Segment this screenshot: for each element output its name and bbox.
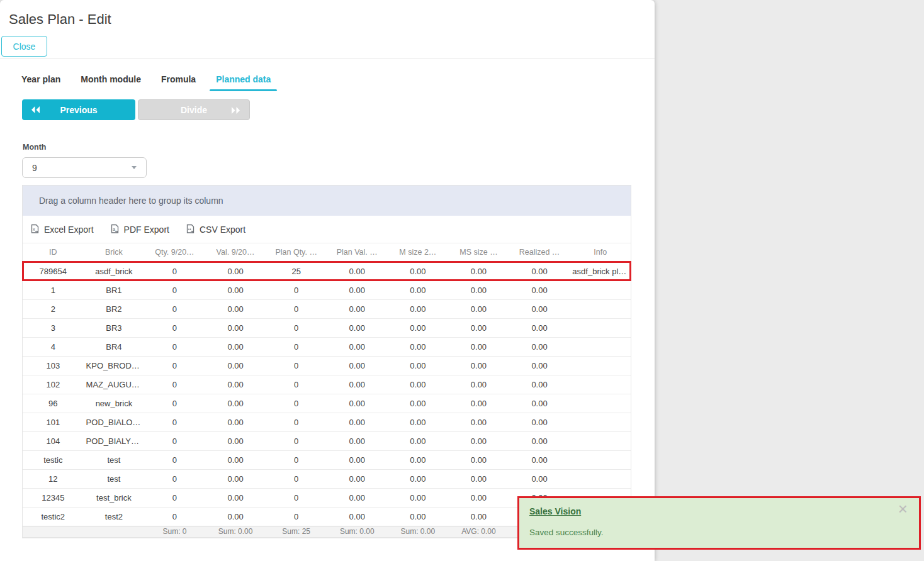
table-row[interactable]: 96new_brick00.0000.000.000.000.00	[23, 394, 631, 413]
tab-year-plan[interactable]: Year plan	[19, 74, 63, 91]
footer-summary-cell	[84, 526, 145, 537]
footer-summary-cell: Sum: 0.00	[388, 526, 449, 537]
previous-button[interactable]: Previous	[22, 99, 135, 120]
table-row[interactable]: 103KPO_BRODNI…00.0000.000.000.000.00	[23, 356, 631, 375]
table-cell: 0.00	[388, 280, 449, 299]
table-cell: 0.00	[327, 375, 388, 394]
table-row[interactable]: 101POD_BIALOST…00.0000.000.000.000.00	[23, 413, 631, 431]
table-row[interactable]: testictest00.0000.000.000.000.00	[23, 450, 631, 469]
column-header-info[interactable]: Info	[570, 243, 631, 262]
export-button-label: PDF Export	[124, 225, 169, 235]
tab-fromula[interactable]: Fromula	[159, 74, 198, 91]
table-cell: POD_BIALOST…	[84, 413, 145, 431]
table-cell: 0.00	[448, 413, 509, 431]
table-cell: BR4	[84, 337, 145, 356]
table-cell: test	[84, 450, 145, 469]
table-row[interactable]: 2BR200.0000.000.000.000.00	[23, 299, 631, 318]
column-header-id[interactable]: ID	[23, 243, 84, 262]
table-cell: 0.00	[509, 394, 570, 413]
table-cell: 0.00	[509, 262, 570, 280]
table-cell: 0	[266, 507, 327, 526]
table-cell: 0	[266, 469, 327, 488]
table-cell	[570, 469, 631, 488]
table-cell: 0	[144, 507, 205, 526]
table-cell: 0.00	[327, 299, 388, 318]
table-cell: 0.00	[388, 262, 449, 280]
notification-title[interactable]: Sales Vision	[529, 506, 581, 516]
table-cell	[570, 375, 631, 394]
export-button-label: Excel Export	[44, 225, 94, 235]
table-cell: 0	[266, 431, 327, 450]
table-row[interactable]: 1BR100.0000.000.000.000.00	[23, 280, 631, 299]
table-cell: asdf_brick	[84, 262, 145, 280]
table-row[interactable]: 12test00.0000.000.000.000.00	[23, 469, 631, 488]
table-cell: 0	[144, 394, 205, 413]
table-cell: 0.00	[448, 450, 509, 469]
table-cell: 0.00	[388, 469, 449, 488]
table-cell: 12345	[23, 488, 84, 507]
column-header-realized[interactable]: Realized …	[509, 243, 570, 262]
table-cell: 0.00	[327, 450, 388, 469]
column-header-ms-size[interactable]: MS size …	[448, 243, 509, 262]
table-cell	[570, 394, 631, 413]
table-cell: 0.00	[448, 318, 509, 337]
table-cell: 12	[23, 469, 84, 488]
column-header-val-9-20[interactable]: Val. 9/20…	[205, 243, 266, 262]
table-cell: 0.00	[388, 318, 449, 337]
footer-summary-cell	[23, 526, 84, 537]
planned-data-table: IDBrickQty. 9/20…Val. 9/20…Plan Qty. …Pl…	[23, 243, 631, 538]
table-cell: testic2	[23, 507, 84, 526]
table-cell: 0	[144, 318, 205, 337]
column-header-plan-qty[interactable]: Plan Qty. …	[266, 243, 327, 262]
close-icon[interactable]: ×	[898, 501, 908, 517]
data-grid: Drag a column header here to group its c…	[22, 185, 631, 538]
column-header-brick[interactable]: Brick	[84, 243, 145, 262]
table-cell: BR1	[84, 280, 145, 299]
column-header-m-size-2[interactable]: M size 2…	[388, 243, 449, 262]
table-cell: 0.00	[327, 318, 388, 337]
column-header-qty-9-20[interactable]: Qty. 9/20…	[144, 243, 205, 262]
table-cell: 0	[144, 337, 205, 356]
table-cell: 0.00	[448, 394, 509, 413]
divide-button[interactable]: Divide	[138, 99, 250, 120]
table-row[interactable]: 4BR400.0000.000.000.000.00	[23, 337, 631, 356]
table-cell: 0.00	[327, 469, 388, 488]
table-cell: 0.00	[509, 318, 570, 337]
table-cell: 0.00	[388, 356, 449, 375]
table-cell: 0.00	[205, 299, 266, 318]
excel-export-button[interactable]: xExcel Export	[30, 224, 94, 235]
table-cell: 0.00	[448, 488, 509, 507]
table-row-highlighted[interactable]: 789654asdf_brick00.00250.000.000.000.00a…	[23, 262, 631, 280]
table-cell: 0	[266, 488, 327, 507]
csv-export-button[interactable]: CSV Export	[186, 224, 245, 235]
table-cell: 0	[144, 375, 205, 394]
column-header-plan-val[interactable]: Plan Val. …	[327, 243, 388, 262]
table-cell: 0.00	[509, 280, 570, 299]
excel-export-icon: x	[30, 224, 40, 235]
table-cell: 0.00	[448, 469, 509, 488]
table-cell: KPO_BRODNI…	[84, 356, 145, 375]
table-cell: 0.00	[205, 507, 266, 526]
pdf-export-button[interactable]: aPDF Export	[110, 224, 169, 235]
table-cell	[570, 318, 631, 337]
table-cell: 103	[23, 356, 84, 375]
month-select[interactable]: 9	[22, 157, 147, 178]
table-cell: BR2	[84, 299, 145, 318]
table-row[interactable]: 3BR300.0000.000.000.000.00	[23, 318, 631, 337]
tab-month-module[interactable]: Month module	[78, 74, 144, 91]
table-row[interactable]: 102MAZ_AUGUS…00.0000.000.000.000.00	[23, 375, 631, 394]
table-cell: 0.00	[448, 280, 509, 299]
table-cell: 0.00	[327, 413, 388, 431]
table-cell: POD_BIALY_A…	[84, 431, 145, 450]
close-button[interactable]: Close	[1, 36, 47, 57]
previous-button-label: Previous	[60, 105, 97, 115]
table-cell: 0.00	[509, 356, 570, 375]
save-notification: Sales Vision Saved successfully. ×	[517, 496, 921, 550]
table-row[interactable]: 104POD_BIALY_A…00.0000.000.000.000.00	[23, 431, 631, 450]
table-cell: 0	[144, 450, 205, 469]
tab-planned-data[interactable]: Planned data	[213, 74, 273, 91]
export-button-label: CSV Export	[200, 225, 245, 235]
table-cell: 0.00	[327, 280, 388, 299]
table-cell: 0.00	[448, 375, 509, 394]
table-cell: 789654	[23, 262, 84, 280]
